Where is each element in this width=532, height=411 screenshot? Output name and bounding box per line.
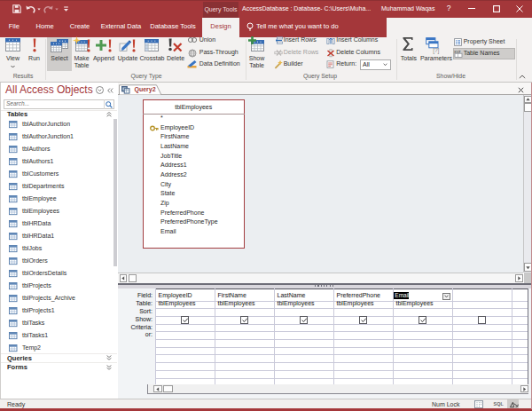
- svg-text:[?]: [?]: [433, 46, 439, 53]
- svg-text:xyz: xyz: [454, 49, 461, 54]
